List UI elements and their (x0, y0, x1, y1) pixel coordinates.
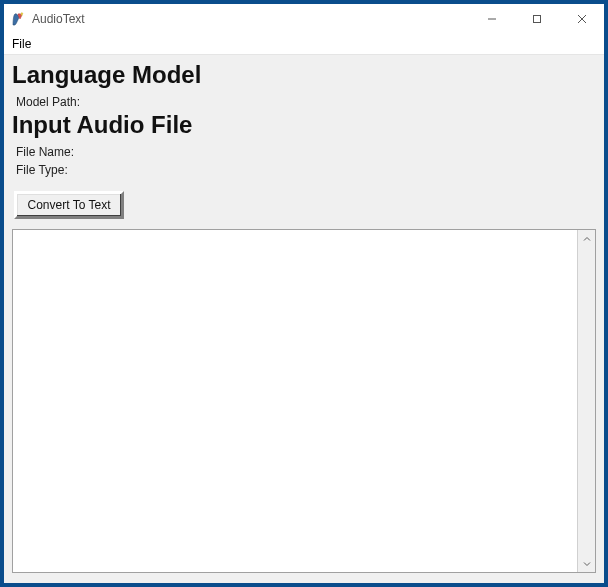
app-window: AudioText File Language Model Model Path… (0, 0, 608, 587)
scroll-down-icon[interactable] (578, 555, 595, 572)
app-icon (10, 11, 26, 27)
titlebar: AudioText (4, 4, 604, 34)
label-model-path-text: Model Path: (16, 95, 80, 109)
label-file-type-text: File Type: (16, 163, 68, 177)
maximize-button[interactable] (514, 4, 559, 34)
scroll-up-icon[interactable] (578, 230, 595, 247)
label-model-path: Model Path: (16, 95, 596, 109)
heading-input-audio: Input Audio File (12, 111, 596, 139)
output-scrollbar[interactable] (577, 230, 595, 572)
window-controls (469, 4, 604, 34)
convert-button[interactable]: Convert To Text (14, 191, 124, 219)
window-title: AudioText (32, 12, 85, 26)
close-button[interactable] (559, 4, 604, 34)
output-area (12, 229, 596, 573)
svg-rect-1 (533, 16, 540, 23)
titlebar-left: AudioText (10, 11, 85, 27)
label-file-name: File Name: (16, 145, 596, 159)
minimize-button[interactable] (469, 4, 514, 34)
output-textbox[interactable] (13, 230, 577, 572)
label-file-type: File Type: (16, 163, 596, 177)
menubar: File (4, 34, 604, 55)
menu-file[interactable]: File (8, 36, 35, 52)
label-file-name-text: File Name: (16, 145, 74, 159)
client-area: Language Model Model Path: Input Audio F… (4, 55, 604, 583)
heading-language-model: Language Model (12, 61, 596, 89)
